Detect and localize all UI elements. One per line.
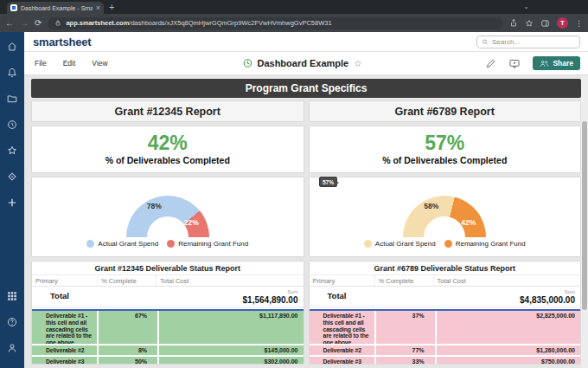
bookmark-star-icon[interactable] [525,19,534,28]
new-tab-icon[interactable]: + [109,3,114,12]
cell-primary[interactable]: Deliverable #3 [32,357,97,365]
browser-tab[interactable]: Dashboard Example - Smartsh × [7,2,104,14]
back-icon[interactable]: ← [5,19,14,28]
refresh-icon[interactable]: ⟳ [35,19,42,28]
browser-menu-icon[interactable]: ⋮ [575,19,583,28]
column-header-complete[interactable]: % Complete [97,275,156,286]
close-tab-icon[interactable]: × [96,4,100,12]
cell-complete[interactable]: 33% [376,357,435,365]
address-bar[interactable]: app.smartsheet.com/dashboards/xJX5q8QmHj… [48,17,503,29]
share-people-icon [540,60,549,68]
column-header-complete[interactable]: % Complete [374,275,433,286]
apps-grid-icon[interactable] [6,290,18,302]
cell-complete[interactable]: 77% [376,345,435,355]
url-text: app.smartsheet.com/dashboards/xJX5q8QmHj… [66,19,331,27]
cell-cost[interactable]: $302,000.00 [159,357,304,365]
search-box[interactable] [476,36,580,48]
legend-item-remaining: Remaining Grant Fund [444,240,526,248]
cell-cost[interactable]: $1,260,000.00 [437,345,581,355]
share-button[interactable]: Share [533,56,580,70]
table-row[interactable]: Deliverable #3 50% $302,000.00 [32,357,304,365]
present-monitor-icon[interactable] [508,58,521,69]
report-title: Grant #6789 Report [395,106,495,118]
total-label: Total [328,291,347,300]
legend-label: Actual Grant Spend [98,240,158,248]
cell-primary[interactable]: Deliverable #1 - this cell and all casca… [32,311,97,344]
legend-label: Remaining Grant Fund [178,240,248,248]
column-header-primary[interactable]: Primary [32,275,97,286]
scrollbar-thumb[interactable] [582,121,587,310]
account-person-icon[interactable] [6,342,18,354]
cell-primary[interactable]: Deliverable #2 [32,345,97,355]
lock-icon [54,19,61,27]
browse-folder-icon[interactable] [6,93,18,105]
left-nav-rail [0,32,24,368]
total-label: Total [50,291,69,300]
table-title: Grant #12345 Deliverable Status Report [94,264,240,273]
scrollbar-track[interactable] [581,75,588,368]
search-input[interactable] [492,38,575,46]
help-icon[interactable] [6,316,18,328]
cell-cost[interactable]: $145,000.00 [159,345,304,355]
chart-legend: Actual Grant Spend Remaining Grant Fund [310,240,581,248]
half-donut-chart[interactable]: 58% 42% [403,196,486,237]
total-value: $4,835,000.00 [520,295,575,305]
notifications-bell-icon[interactable] [6,67,18,79]
cell-complete[interactable]: 50% [99,357,157,365]
cell-cost[interactable]: $1,117,890.00 [159,311,304,344]
table-row[interactable]: Deliverable #1 - this cell and all casca… [310,309,581,344]
metric-panel: 57% % of Deliverables Completed [309,126,582,173]
favorites-star-icon[interactable] [6,145,18,157]
report-title-panel: Grant #12345 Report [31,100,304,122]
document-title: Dashboard Example [257,58,348,68]
metric-label: % of Deliverables Completed [382,155,507,165]
sum-label: Sum [287,289,297,294]
legend-label: Actual Grant Spend [375,240,436,248]
recents-clock-icon[interactable] [6,119,18,131]
home-icon[interactable] [6,41,18,53]
percent-tooltip: 57% [319,177,337,187]
table-title-row: Grant #6789 Deliverable Status Report [310,261,581,275]
table-row[interactable]: Deliverable #3 33% $750,000.00 [310,357,581,365]
smartsheet-app: smartsheet File Edit View Dashboard Exam… [0,32,588,368]
legend-item-remaining: Remaining Grant Fund [167,240,248,248]
table-row[interactable]: Deliverable #2 8% $145,000.00 [32,345,304,355]
cell-primary[interactable]: Deliverable #1 - this cell and all casca… [310,311,374,344]
half-donut-chart[interactable]: 78% 22% [126,196,209,237]
edit-pencil-icon[interactable] [485,58,496,69]
favorite-star-icon[interactable] [353,59,362,68]
table-row[interactable]: Deliverable #1 - this cell and all casca… [32,309,304,344]
share-page-icon[interactable] [509,18,518,28]
solution-center-icon[interactable] [6,171,18,183]
chevron-down-icon[interactable]: ⌄ [523,3,529,10]
side-panel-icon[interactable] [540,19,550,28]
cell-complete[interactable]: 37% [376,311,435,344]
smartsheet-logo[interactable]: smartsheet [33,36,91,48]
deliverable-status-table: Grant #12345 Deliverable Status Report P… [31,261,304,365]
donut-chart-panel: 78% 22% Actual Grant Spend Remaining Gra… [31,177,304,257]
cell-cost[interactable]: $2,825,000.00 [437,311,581,344]
table-title-row: Grant #12345 Deliverable Status Report [32,261,304,275]
column-header-cost[interactable]: Total Cost [433,275,581,286]
menu-edit[interactable]: Edit [63,59,76,68]
cell-cost[interactable]: $750,000.00 [437,357,581,365]
cell-complete[interactable]: 67% [99,311,157,344]
column-header-primary[interactable]: Primary [310,275,374,286]
cell-primary[interactable]: Deliverable #2 [310,345,374,355]
menu-file[interactable]: File [35,59,47,68]
segment-label-remaining: 42% [461,218,476,227]
chart-legend: Actual Grant Spend Remaining Grant Fund [32,240,304,248]
cell-primary[interactable]: Deliverable #3 [310,357,374,365]
total-row: Total Sum $1,564,890.00 [32,287,304,307]
column-header-cost[interactable]: Total Cost [156,275,304,286]
create-plus-icon[interactable] [6,197,18,209]
table-row[interactable]: Deliverable #2 77% $1,260,000.00 [310,345,581,355]
cell-complete[interactable]: 8% [99,345,157,355]
forward-icon[interactable]: → [20,19,29,28]
deliverable-status-table: Grant #6789 Deliverable Status Report Pr… [309,261,582,365]
profile-avatar[interactable]: T [557,17,568,29]
donut-chart-panel: 58% 42% Actual Grant Spend Remaining Gra… [309,177,582,257]
legend-label: Remaining Grant Fund [456,240,526,248]
menu-view[interactable]: View [92,59,107,68]
report-title: Grant #12345 Report [115,106,220,118]
